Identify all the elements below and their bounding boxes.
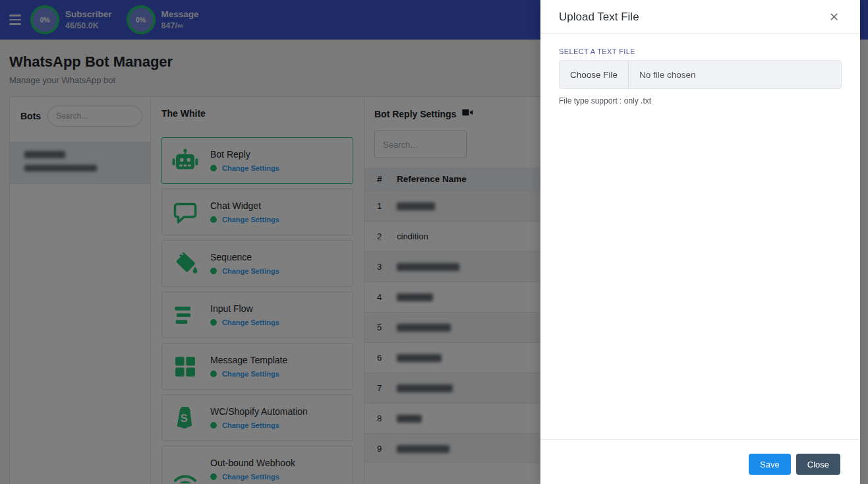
upload-text-file-modal: Upload Text File ✕ SELECT A TEXT FILE Ch… — [540, 0, 860, 484]
close-icon[interactable]: ✕ — [826, 10, 842, 24]
save-button[interactable]: Save — [749, 454, 791, 475]
file-type-helper-text: File type support : only .txt — [559, 96, 842, 106]
no-file-chosen-text: No file chosen — [629, 70, 707, 80]
select-file-label: SELECT A TEXT FILE — [559, 47, 842, 55]
file-upload-input[interactable]: Choose File No file chosen — [559, 60, 842, 89]
choose-file-button[interactable]: Choose File — [560, 61, 629, 88]
modal-title: Upload Text File — [559, 11, 639, 24]
close-button[interactable]: Close — [796, 454, 840, 475]
